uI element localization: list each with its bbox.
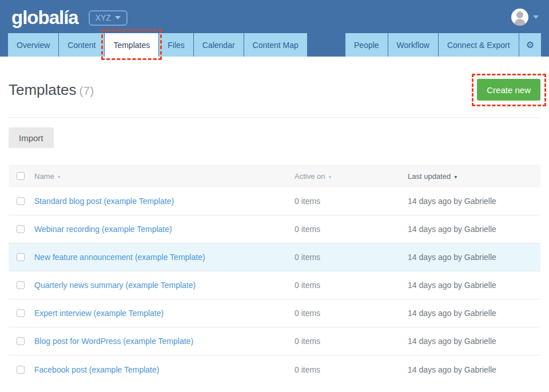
row-checkbox-cell — [9, 197, 34, 205]
tab-settings[interactable]: ⚙ — [519, 33, 541, 57]
app: globalía XYZ OverviewContentTemplatesFil… — [0, 0, 549, 392]
sort-caret-icon: ▾ — [454, 174, 457, 180]
active-on-cell: 0 items — [295, 197, 408, 206]
template-name-cell: Expert interview (example Template) — [34, 309, 295, 318]
import-button[interactable]: Import — [9, 127, 54, 148]
template-link[interactable]: Facebook post (example Template) — [34, 365, 159, 374]
tab-workflow[interactable]: Workflow — [388, 33, 438, 57]
row-checkbox-cell — [9, 309, 34, 317]
tab-content-map[interactable]: Content Map — [244, 33, 307, 57]
top-header: globalía XYZ OverviewContentTemplatesFil… — [0, 0, 549, 57]
brand-row: globalía XYZ — [0, 0, 549, 32]
main-content: Templates(7) Create new Import Name▾Acti… — [0, 77, 549, 383]
caret-down-icon — [115, 16, 121, 19]
row-checkbox[interactable] — [17, 337, 25, 345]
template-name-cell: Webinar recording (example Template) — [34, 225, 295, 234]
divider — [9, 117, 540, 118]
sort-caret-icon: ▾ — [328, 174, 331, 180]
table-row: Expert interview (example Template)0 ite… — [9, 299, 540, 327]
template-link[interactable]: New feature announcement (example Templa… — [34, 253, 205, 262]
table-row: Standard blog post (example Template)0 i… — [9, 187, 540, 215]
avatar-silhouette — [516, 11, 523, 18]
account-switcher-label: XYZ — [96, 13, 111, 22]
tab-calendar[interactable]: Calendar — [194, 33, 244, 57]
table-row: New feature announcement (example Templa… — [9, 243, 540, 271]
table-row: Webinar recording (example Template)0 it… — [9, 215, 540, 243]
template-link[interactable]: Standard blog post (example Template) — [34, 197, 174, 206]
user-menu[interactable] — [511, 9, 542, 26]
last-updated-cell: 14 days ago by Gabrielle — [408, 225, 540, 234]
logo[interactable]: globalía — [11, 8, 78, 27]
table-header-row: Name▾Active on▾Last updated▾ — [9, 165, 540, 187]
active-on-cell: 0 items — [295, 281, 408, 290]
main-nav: OverviewContentTemplatesFilesCalendarCon… — [0, 33, 549, 57]
last-updated-cell: 14 days ago by Gabrielle — [408, 281, 540, 290]
template-name-cell: Facebook post (example Template) — [34, 365, 295, 374]
table-body: Standard blog post (example Template)0 i… — [9, 187, 540, 383]
active-on-cell: 0 items — [295, 365, 408, 374]
active-on-cell: 0 items — [295, 253, 408, 262]
caret-down-icon — [533, 15, 539, 19]
templates-table: Name▾Active on▾Last updated▾ Standard bl… — [9, 165, 540, 383]
secondary-tabs: PeopleWorkflowConnect & Export⚙ — [345, 33, 541, 57]
table-row: Facebook post (example Template)0 items1… — [9, 355, 540, 383]
last-updated-cell: 14 days ago by Gabrielle — [408, 197, 540, 206]
row-checkbox-cell — [9, 337, 34, 345]
tab-templates[interactable]: Templates — [105, 33, 158, 57]
row-checkbox[interactable] — [17, 281, 25, 289]
tab-people[interactable]: People — [345, 33, 388, 57]
column-header-name[interactable]: Name▾ — [34, 172, 295, 181]
row-checkbox[interactable] — [17, 309, 25, 317]
tab-connect-export[interactable]: Connect & Export — [439, 33, 519, 57]
row-checkbox[interactable] — [17, 253, 25, 261]
template-link[interactable]: Webinar recording (example Template) — [34, 225, 172, 234]
template-name-cell: Blog post for WordPress (example Templat… — [34, 337, 295, 346]
page-head: Templates(7) Create new — [9, 77, 540, 102]
active-on-cell: 0 items — [295, 337, 408, 346]
avatar — [511, 9, 528, 26]
account-switcher[interactable]: XYZ — [89, 10, 128, 26]
tab-content[interactable]: Content — [59, 33, 104, 57]
page-title: Templates(7) — [9, 81, 94, 99]
column-header-active-on[interactable]: Active on▾ — [295, 172, 408, 181]
primary-tabs: OverviewContentTemplatesFilesCalendarCon… — [8, 33, 307, 57]
active-on-cell: 0 items — [295, 309, 408, 318]
table-row: Blog post for WordPress (example Templat… — [9, 327, 540, 355]
template-link[interactable]: Blog post for WordPress (example Templat… — [34, 337, 193, 346]
row-checkbox[interactable] — [17, 197, 25, 205]
template-name-cell: Quarterly news summary (example Template… — [34, 281, 295, 290]
last-updated-cell: 14 days ago by Gabrielle — [408, 365, 540, 374]
template-link[interactable]: Quarterly news summary (example Template… — [34, 281, 196, 290]
template-link[interactable]: Expert interview (example Template) — [34, 309, 164, 318]
template-name-cell: New feature announcement (example Templa… — [34, 253, 295, 262]
row-checkbox[interactable] — [17, 366, 25, 374]
row-checkbox[interactable] — [17, 225, 25, 233]
template-name-cell: Standard blog post (example Template) — [34, 197, 295, 206]
row-checkbox-cell — [9, 225, 34, 233]
select-all-checkbox[interactable] — [17, 172, 25, 180]
last-updated-cell: 14 days ago by Gabrielle — [408, 337, 540, 346]
table-row: Quarterly news summary (example Template… — [9, 271, 540, 299]
row-checkbox-cell — [9, 281, 34, 289]
row-checkbox-cell — [9, 366, 34, 374]
active-on-cell: 0 items — [295, 225, 408, 234]
last-updated-cell: 14 days ago by Gabrielle — [408, 253, 540, 262]
sort-caret-icon: ▾ — [58, 174, 61, 180]
tab-overview[interactable]: Overview — [8, 33, 58, 57]
gear-icon: ⚙ — [526, 41, 534, 50]
item-count: (7) — [79, 84, 94, 97]
column-header-last-updated[interactable]: Last updated▾ — [408, 172, 540, 181]
header-checkbox-cell — [9, 172, 34, 180]
last-updated-cell: 14 days ago by Gabrielle — [408, 309, 540, 318]
row-checkbox-cell — [9, 253, 34, 261]
tab-files[interactable]: Files — [159, 33, 193, 57]
create-new-button[interactable]: Create new — [477, 79, 540, 101]
